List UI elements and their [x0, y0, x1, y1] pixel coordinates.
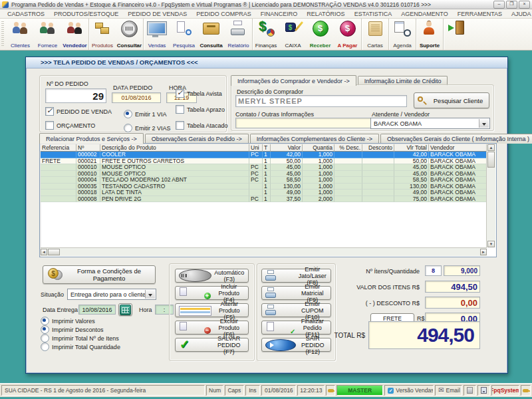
column-header[interactable]: Desconto: [362, 144, 394, 152]
toolbar-button[interactable]: Vendas: [143, 19, 170, 50]
data-entrega-field[interactable]: 10/08/2016: [78, 305, 116, 315]
toolbar-button[interactable]: Consultar: [116, 19, 143, 50]
vendedor-select[interactable]: BARACK OBAMA: [370, 118, 490, 129]
numero-pedido-field[interactable]: 29: [45, 88, 106, 103]
table-cell: [334, 171, 362, 178]
scroll-down-icon[interactable]: ▼: [487, 241, 495, 247]
toolbar-button[interactable]: A Pagar: [334, 19, 361, 50]
status-network[interactable]: [477, 385, 490, 396]
tabela-checkbox[interactable]: Tabela Avista: [176, 89, 222, 98]
column-header[interactable]: T: [263, 144, 271, 152]
action-button[interactable]: Emitir Matricial (F9): [261, 286, 331, 300]
menu-item[interactable]: CADASTROS: [3, 11, 49, 17]
restore-button[interactable]: ❐: [506, 1, 517, 9]
toolbar-button[interactable]: Clientes: [7, 19, 34, 50]
tabela-checkbox[interactable]: Tabela Atacado: [176, 121, 228, 130]
toolbar-button[interactable]: Suporte: [416, 19, 443, 50]
scroll-right-icon[interactable]: ►: [480, 249, 487, 255]
imprimir-option-radio[interactable]: Imprimir Valores: [41, 317, 95, 325]
menu-item[interactable]: AGENDAMENTO: [396, 11, 452, 17]
menu-item[interactable]: FERRAMENTAS: [453, 11, 507, 17]
table-cell: BARACK OBAMA: [429, 190, 487, 196]
menu-item[interactable]: PEDIDO DE VENDAS: [123, 11, 192, 17]
toolbar-button[interactable]: Receber: [307, 19, 334, 50]
toolbar-button[interactable]: CAIXA: [279, 19, 307, 50]
column-header[interactable]: Nº: [76, 144, 100, 152]
close-button[interactable]: ×: [519, 1, 530, 9]
table-row[interactable]: FRETE000021FRETE E OUTROS CARRETOS150,00…: [41, 158, 487, 165]
column-header[interactable]: Uni: [249, 144, 263, 152]
menu-item[interactable]: RELATÓRIOS: [302, 11, 349, 17]
scroll-left-icon[interactable]: ◄: [41, 249, 47, 255]
menu-item[interactable]: PRODUTOS/ESTOQUE: [49, 11, 123, 17]
table-row[interactable]: 000002COOLERPC142,001,00042,00BARACK OBA…: [41, 152, 487, 158]
imprimir-option-radio[interactable]: Imprimir Descontos: [41, 325, 104, 334]
emitir-vias-radio[interactable]: Emitir 2 VIAS: [124, 124, 171, 132]
column-header[interactable]: % Desc.: [334, 144, 362, 152]
minimize-button[interactable]: –: [493, 1, 505, 9]
product-tab[interactable]: Relacionar Produtos e Serviços ->: [39, 133, 144, 144]
scroll-up-icon[interactable]: ▲: [487, 144, 495, 151]
buyer-tab[interactable]: Informações do Comprador e Vendedor ->: [231, 75, 356, 86]
tipo-pedido-checkbox[interactable]: PEDIDO DE VENDA: [45, 107, 112, 116]
calendar-button[interactable]: [118, 303, 132, 316]
table-row[interactable]: 000010MOUSE OPTICOPC145,001,00045,00BARA…: [41, 171, 487, 178]
action-button[interactable]: Excluir Produto (F6): [175, 321, 249, 334]
toolbar-button[interactable]: Fornece: [34, 19, 61, 50]
action-button[interactable]: Automático (F3): [175, 269, 249, 283]
tipo-pedido-checkbox[interactable]: ORÇAMENTO: [45, 121, 95, 130]
toolbar-button[interactable]: Consulta: [198, 19, 225, 50]
column-header[interactable]: Quantia: [303, 144, 334, 152]
imprimir-option-radio[interactable]: Imprimir Total Nº de Itens: [41, 334, 119, 342]
table-row[interactable]: 000004TECLADO MODERNO 102 ABNTPC158,501,…: [41, 177, 487, 184]
emitir-vias-radio[interactable]: Emitir 1 VIA: [124, 110, 167, 118]
table-row[interactable]: 000008PEN DRIVE 2GPC137,502,00075,00BARA…: [41, 196, 487, 203]
version-icon: ✓: [388, 388, 394, 394]
situacao-select[interactable]: Entrega direto para o cliente: [67, 289, 156, 300]
pay-icon: [340, 21, 356, 37]
column-header[interactable]: Referencia: [41, 144, 76, 152]
toolbar-button[interactable]: Agenda: [388, 19, 416, 50]
menu-item[interactable]: PEDIDO COMPRAS: [192, 11, 256, 17]
table-cell: 42,00: [271, 152, 303, 158]
table-row[interactable]: 000035TESTANDO CADASTRO1130,001,000130,0…: [41, 184, 487, 190]
toolbar-button[interactable]: Produtos: [88, 19, 116, 50]
action-button[interactable]: Emitir Jato/Laser (F8): [261, 269, 331, 283]
column-header[interactable]: Vlr Total: [394, 144, 429, 152]
toolbar-button[interactable]: Relatório: [225, 19, 252, 50]
status-printer[interactable]: [464, 385, 476, 396]
action-button[interactable]: Emitir CUPOM (F10): [261, 303, 331, 317]
action-button[interactable]: Alterar Produto (F5): [175, 303, 249, 317]
vertical-scrollbar[interactable]: ▲ ▼: [486, 144, 495, 247]
product-tab[interactable]: Informações Complementares do Cliente ->: [250, 134, 379, 144]
horizontal-scrollbar[interactable]: ◄ ►: [41, 247, 487, 256]
table-row[interactable]: 000018LATA DE TINTA149,001,00049,00BARAC…: [41, 190, 487, 196]
column-header[interactable]: Vendedor: [429, 144, 487, 152]
toolbar-button[interactable]: Cartas: [361, 19, 388, 50]
column-header[interactable]: Descrição do Produto: [100, 144, 249, 152]
product-tab[interactable]: Observações Gerais do Cliente ( Informaç…: [380, 134, 532, 144]
data-pedido-field[interactable]: 01/08/2016: [112, 92, 161, 103]
action-button[interactable]: SAIR PEDIDO (F12): [261, 338, 331, 352]
toolbar-button[interactable]: [443, 19, 470, 50]
action-button[interactable]: SALVAR PEDIDO (F7): [175, 338, 249, 352]
action-button[interactable]: Incluir Produto (F4): [175, 286, 249, 300]
toolbar-button[interactable]: Finanças: [252, 19, 279, 50]
toolbar-button[interactable]: Pesquisa: [170, 19, 198, 50]
forma-pagamento-button[interactable]: Forma e Condições de Pagamento: [43, 265, 156, 284]
imprimir-option-radio[interactable]: Imprimir Total Quantidade: [41, 342, 120, 351]
comprador-field[interactable]: MERYL STREEP: [235, 95, 407, 107]
pesquisar-cliente-button[interactable]: Pesquisar Cliente: [414, 92, 489, 108]
column-header[interactable]: Valor: [271, 144, 303, 152]
menu-item[interactable]: ESTATISTICA: [350, 11, 397, 17]
table-cell: 49,00: [394, 190, 429, 196]
status-email[interactable]: ✉ Email: [435, 385, 462, 396]
menu-item[interactable]: FINANCEIRO: [256, 11, 303, 17]
menu-item[interactable]: AJUDA: [507, 11, 532, 17]
tabela-checkbox[interactable]: Tabela Aprazo: [176, 105, 225, 114]
toolbar-button[interactable]: Vendedor: [61, 19, 88, 50]
table-row[interactable]: 000010MOUSE OPTICOPC145,001,00045,00BARA…: [41, 164, 487, 171]
status-caps: Caps: [225, 385, 243, 396]
table-cell: MOUSE OPTICO: [100, 171, 249, 178]
product-tab[interactable]: Observações Gerais do Pedido ->: [145, 134, 249, 144]
